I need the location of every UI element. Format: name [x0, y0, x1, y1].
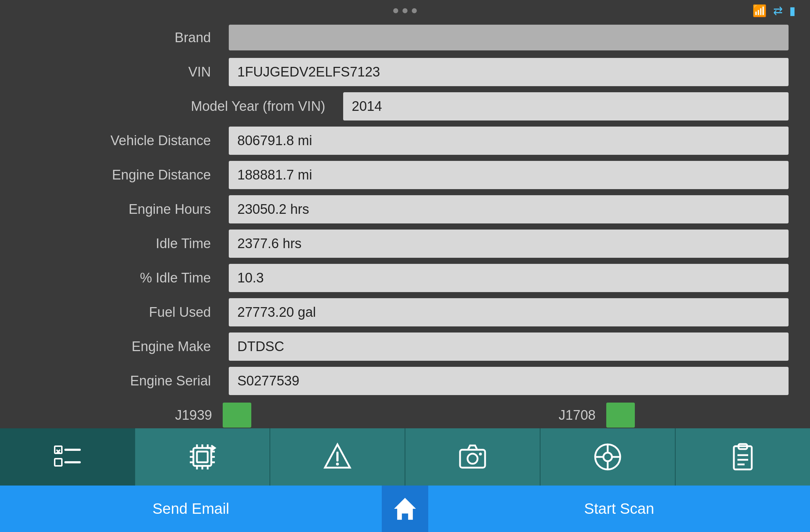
j1708-label: J1708: [559, 408, 596, 423]
action-bar: Send Email Start Scan: [0, 486, 810, 532]
send-email-button[interactable]: Send Email: [0, 486, 382, 532]
svg-marker-38: [394, 498, 416, 519]
vin-label: VIN: [21, 64, 229, 80]
home-icon: [392, 496, 418, 521]
warning-icon: [323, 443, 352, 471]
svg-rect-7: [197, 452, 208, 462]
j1939-section: J1939: [21, 403, 405, 428]
svg-rect-24: [460, 450, 485, 468]
brand-label: Brand: [21, 30, 229, 45]
pct-idle-time-label: % Idle Time: [21, 270, 229, 286]
pct-idle-time-value: 10.3: [229, 264, 789, 292]
engine-serial-value: S0277539: [229, 367, 789, 395]
vehicle-distance-label: Vehicle Distance: [21, 133, 229, 148]
j1939-label: J1939: [175, 408, 212, 423]
cpu-icon: [188, 443, 217, 471]
brand-value: [229, 25, 789, 50]
nav-checklist[interactable]: [0, 428, 135, 486]
bluetooth-icon: 📶: [752, 4, 767, 18]
fuel-used-label: Fuel Used: [21, 305, 229, 320]
bottom-nav: [0, 428, 810, 486]
pct-idle-time-row: % Idle Time 10.3: [21, 262, 789, 294]
nav-warning[interactable]: [270, 428, 405, 486]
dot-3: [412, 8, 417, 13]
svg-point-26: [479, 453, 482, 455]
engine-hours-label: Engine Hours: [21, 202, 229, 217]
engine-distance-value: 188881.7 mi: [229, 161, 789, 189]
vin-value: 1FUJGEDV2ELFS7123: [229, 58, 789, 86]
home-button[interactable]: [382, 486, 428, 532]
j1708-toggle[interactable]: [606, 403, 635, 428]
wheel-icon: [593, 443, 622, 471]
engine-distance-label: Engine Distance: [21, 167, 229, 183]
svg-rect-4: [55, 459, 62, 466]
idle-time-row: Idle Time 2377.6 hrs: [21, 227, 789, 260]
nav-report[interactable]: [676, 428, 810, 486]
dot-2: [402, 8, 408, 13]
nav-wheel[interactable]: [540, 428, 676, 486]
engine-hours-row: Engine Hours 23050.2 hrs: [21, 193, 789, 225]
dot-1: [393, 8, 398, 13]
engine-make-row: Engine Make DTDSC: [21, 330, 789, 363]
svg-point-25: [468, 454, 478, 464]
engine-make-label: Engine Make: [21, 339, 229, 354]
model-year-row: Model Year (from VIN) 2014: [21, 90, 789, 122]
vehicle-distance-row: Vehicle Distance 806791.8 mi: [21, 124, 789, 157]
top-icons: 📶 ⇄ ▮: [752, 4, 796, 18]
signal-icon: ⇄: [773, 4, 783, 18]
engine-serial-label: Engine Serial: [21, 373, 229, 389]
idle-time-value: 2377.6 hrs: [229, 230, 789, 258]
engine-hours-value: 23050.2 hrs: [229, 195, 789, 223]
j1708-section: J1708: [405, 403, 789, 428]
clipboard-icon: [728, 443, 757, 471]
nav-cpu[interactable]: [135, 428, 270, 486]
main-content: Brand VIN 1FUJGEDV2ELFS7123 Model Year (…: [0, 21, 810, 428]
model-year-label: Model Year (from VIN): [21, 99, 343, 114]
fuel-used-row: Fuel Used 27773.20 gal: [21, 296, 789, 328]
j1939-toggle[interactable]: [223, 403, 251, 428]
vin-row: VIN 1FUJGEDV2ELFS7123: [21, 56, 789, 88]
vehicle-distance-value: 806791.8 mi: [229, 127, 789, 155]
start-scan-button[interactable]: Start Scan: [428, 486, 810, 532]
engine-distance-row: Engine Distance 188881.7 mi: [21, 159, 789, 191]
fuel-used-value: 27773.20 gal: [229, 298, 789, 326]
svg-point-28: [603, 453, 612, 461]
idle-time-label: Idle Time: [21, 236, 229, 251]
svg-point-23: [336, 463, 339, 466]
brand-row: Brand: [21, 21, 789, 54]
toggle-row: J1939 J1708: [21, 399, 789, 428]
top-dots: [393, 8, 417, 13]
engine-serial-row: Engine Serial S0277539: [21, 365, 789, 397]
nav-camera[interactable]: [405, 428, 540, 486]
top-bar: 📶 ⇄ ▮: [0, 0, 810, 21]
engine-make-value: DTDSC: [229, 332, 789, 361]
camera-icon: [458, 443, 487, 471]
battery-icon: ▮: [789, 4, 796, 18]
checklist-icon: [53, 443, 82, 471]
model-year-value: 2014: [343, 92, 789, 120]
